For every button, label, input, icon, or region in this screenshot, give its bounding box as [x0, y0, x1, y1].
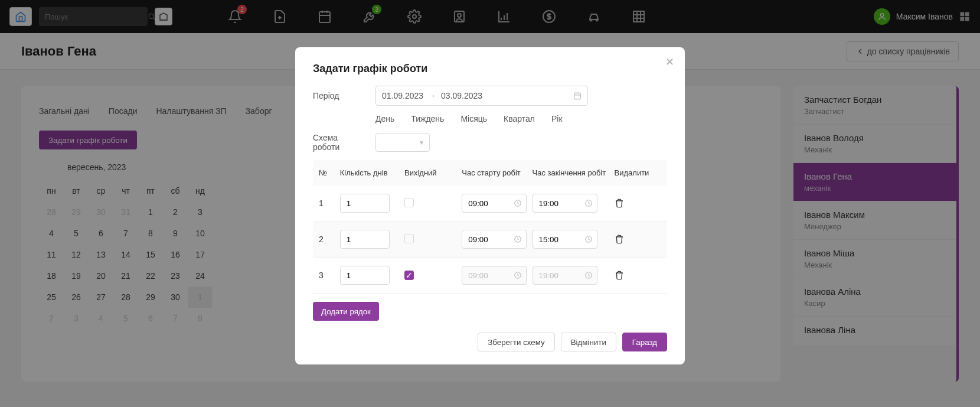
cancel-button[interactable]: Відмінити	[561, 333, 616, 351]
end-time-input	[533, 266, 597, 285]
delete-icon[interactable]	[615, 235, 661, 244]
start-time-input[interactable]	[462, 230, 527, 249]
table-row: 3✓	[313, 258, 667, 294]
th-number: №	[319, 168, 340, 177]
table-row: 2	[313, 222, 667, 258]
save-scheme-button[interactable]: Зберегти схему	[478, 333, 554, 351]
period-month[interactable]: Місяць	[460, 114, 487, 123]
th-days: Кількість днів	[340, 168, 404, 177]
schedule-modal: ✕ Задати графік роботи Період 01.09.2023…	[295, 47, 685, 364]
modal-title: Задати графік роботи	[313, 63, 667, 75]
date-from: 01.09.2023	[382, 91, 423, 100]
start-time-input[interactable]	[462, 194, 527, 213]
dayoff-checkbox[interactable]	[404, 234, 414, 243]
date-range-picker[interactable]: 01.09.2023 → 03.09.2023	[375, 86, 588, 106]
arrow-right-icon: →	[428, 91, 436, 100]
th-delete: Видалити	[615, 168, 661, 177]
row-number: 2	[319, 235, 340, 244]
scheme-select[interactable]: ▼	[375, 133, 430, 152]
dayoff-checkbox[interactable]: ✓	[404, 271, 414, 280]
delete-icon[interactable]	[615, 198, 661, 208]
days-input[interactable]	[340, 266, 390, 285]
start-time-input	[462, 266, 527, 285]
end-time-input[interactable]	[533, 194, 597, 213]
chevron-down-icon: ▼	[419, 139, 424, 146]
days-input[interactable]	[340, 230, 390, 249]
th-off: Вихідний	[404, 168, 462, 177]
add-row-button[interactable]: Додати рядок	[313, 302, 379, 321]
period-day[interactable]: День	[375, 114, 394, 123]
dayoff-checkbox[interactable]	[404, 198, 414, 207]
ok-button[interactable]: Гаразд	[622, 333, 667, 351]
end-time-input[interactable]	[533, 230, 597, 249]
th-start: Час старту робіт	[462, 168, 532, 177]
scheme-label: Схема роботи	[313, 133, 366, 152]
date-to: 03.09.2023	[441, 91, 482, 100]
calendar-picker-icon	[573, 92, 582, 100]
period-quarter[interactable]: Квартал	[504, 114, 535, 123]
row-number: 1	[319, 198, 340, 208]
th-end: Час закінчення робіт	[533, 168, 615, 177]
svg-rect-14	[574, 93, 581, 99]
close-icon[interactable]: ✕	[665, 56, 674, 69]
period-label: Період	[313, 91, 366, 100]
table-row: 1	[313, 185, 667, 222]
days-input[interactable]	[340, 194, 390, 213]
period-year[interactable]: Рік	[551, 114, 563, 123]
period-week[interactable]: Тиждень	[411, 114, 444, 123]
delete-icon[interactable]	[615, 271, 661, 280]
row-number: 3	[319, 271, 340, 280]
